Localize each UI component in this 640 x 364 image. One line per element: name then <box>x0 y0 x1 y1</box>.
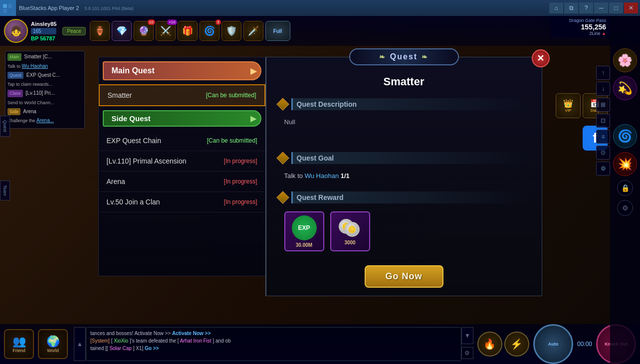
selected-quest-status: [Can be submitted] <box>206 92 256 99</box>
quest-goal-npc: Wu Haohan <box>305 172 339 180</box>
player-name: Ainsley85 <box>31 21 56 27</box>
side-quest-item-3[interactable]: Lv.50 Join a Clan [In progress] <box>99 192 265 212</box>
side-quest-status-3: [In progress] <box>224 198 257 205</box>
coins-reward: 🪙 🪙 3000 <box>330 211 370 251</box>
help-button[interactable]: ? <box>579 2 593 13</box>
reward-section-header: Quest Reward <box>278 191 530 203</box>
dragon-pass-title: Dragon Gate Pass <box>554 18 606 23</box>
reward-diamond-icon <box>276 191 289 203</box>
window-controls: ⌂ ⧉ ? ─ □ ✕ <box>549 2 640 13</box>
quest-description-text: Null <box>278 114 530 144</box>
quest-detail-panel: ❧ Quest ❧ ✕ Smatter Quest Description Nu… <box>265 57 542 296</box>
quest-modal: Main Quest Smatter [Can be submitted] Si… <box>0 32 640 364</box>
exp-reward: EXP 30.00M <box>284 211 324 251</box>
exp-label: 30.00M <box>296 242 312 248</box>
goal-diamond-icon <box>276 152 289 164</box>
goal-section-header: Quest Goal <box>278 152 530 164</box>
side-quest-item-1[interactable]: [Lv.110] Primal Ascension [In progress] <box>99 151 265 172</box>
quest-sidebar: Main Quest Smatter [Can be submitted] Si… <box>98 57 265 276</box>
home-button[interactable]: ⌂ <box>549 2 563 13</box>
app-logo <box>0 0 16 16</box>
quest-goal-count: 1/1 <box>341 172 350 180</box>
description-section-title: Quest Description <box>291 98 530 110</box>
quest-banner-text: Quest <box>390 52 418 61</box>
banner-deco-right: ❧ <box>422 53 428 61</box>
svg-rect-2 <box>3 9 7 13</box>
goal-section-title: Quest Goal <box>291 152 530 164</box>
svg-rect-1 <box>8 4 12 8</box>
side-quest-item-2[interactable]: Arena [In progress] <box>99 172 265 192</box>
side-quest-item-0[interactable]: EXP Quest Chain [Can be submitted] <box>99 131 265 151</box>
coins-icon: 🪙 🪙 <box>338 218 363 238</box>
multi-button[interactable]: ⧉ <box>564 2 578 13</box>
side-quest-status-0: [Can be submitted] <box>207 137 257 144</box>
svg-rect-0 <box>3 4 7 8</box>
side-quest-status-1: [In progress] <box>224 158 257 165</box>
selected-quest-name: Smatter <box>108 91 132 99</box>
side-quest-name-1: [Lv.110] Primal Ascension <box>107 157 187 165</box>
side-quest-name-3: Lv.50 Join a Clan <box>107 198 160 206</box>
close-button[interactable]: ✕ <box>624 2 638 13</box>
minimize-button[interactable]: ─ <box>594 2 608 13</box>
banner-deco-left: ❧ <box>379 53 386 61</box>
reward-section-title: Quest Reward <box>291 191 530 203</box>
side-quest-name-2: Arena <box>107 178 125 185</box>
quest-banner: ❧ Quest ❧ <box>349 48 459 65</box>
selected-quest-item[interactable]: Smatter [Can be submitted] <box>99 84 265 106</box>
coins-label: 3000 <box>344 240 355 245</box>
description-section-header: Quest Description <box>278 98 530 110</box>
side-quest-tab[interactable]: Side Quest <box>103 110 261 127</box>
restore-button[interactable]: □ <box>609 2 623 13</box>
go-now-button[interactable]: Go Now <box>365 265 443 288</box>
close-quest-button[interactable]: ✕ <box>532 49 550 67</box>
quest-title: Smatter <box>278 75 530 88</box>
description-diamond-icon <box>276 98 289 110</box>
exp-icon: EXP <box>292 215 317 240</box>
app-title: BlueStacks App Player 2 5.8.101.1001 P64… <box>19 5 549 11</box>
quest-goal-text: Talk to Wu Haohan 1/1 <box>278 168 530 183</box>
dragon-pass-number: 155,256 <box>554 23 606 31</box>
side-quest-status-2: [In progress] <box>224 178 257 185</box>
rewards-row: EXP 30.00M 🪙 🪙 3000 <box>278 207 530 255</box>
svg-rect-3 <box>8 9 12 13</box>
side-quest-name-0: EXP Quest Chain <box>107 137 161 145</box>
game-area: 👧 Ainsley85 165 BP 56787 Peace 🏺 💎 🔮 10 … <box>0 16 640 364</box>
titlebar: BlueStacks App Player 2 5.8.101.1001 P64… <box>0 0 640 16</box>
main-quest-tab[interactable]: Main Quest <box>103 61 261 80</box>
